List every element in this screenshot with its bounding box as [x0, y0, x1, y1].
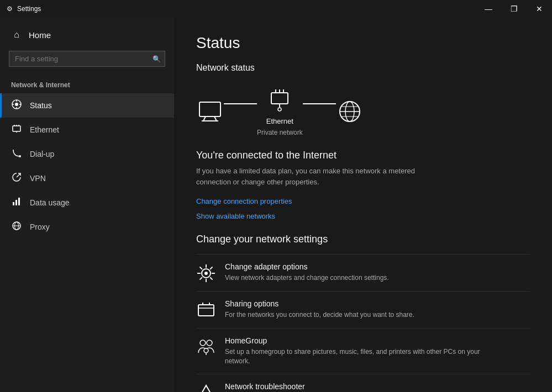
private-network-label: Private network — [257, 129, 303, 136]
connected-title: You're connected to the Internet — [196, 150, 530, 161]
sharing-icon — [196, 300, 216, 320]
svg-point-48 — [200, 340, 206, 346]
title-bar-controls: — ❐ ✕ — [476, 0, 552, 18]
svg-line-21 — [214, 116, 217, 121]
homegroup-content: HomeGroup Set up a homegroup to share pi… — [225, 336, 501, 366]
title-bar-left: ⚙ Settings — [7, 5, 41, 13]
sharing-desc: For the networks you connect to, decide … — [225, 310, 414, 320]
network-diagram: Ethernet Private network — [196, 86, 530, 136]
datausage-icon — [11, 197, 22, 209]
svg-point-50 — [204, 348, 208, 353]
status-icon — [11, 99, 22, 112]
line-1 — [224, 103, 257, 104]
svg-rect-6 — [13, 126, 20, 131]
adapter-icon — [196, 263, 216, 283]
svg-line-41 — [210, 277, 212, 279]
svg-line-20 — [203, 116, 206, 121]
settings-item-homegroup[interactable]: HomeGroup Set up a homegroup to share pi… — [196, 328, 530, 374]
computer-icon — [196, 98, 224, 125]
sidebar-ethernet-label: Ethernet — [30, 125, 59, 134]
network-status-title: Network status — [196, 63, 530, 73]
home-label: Home — [29, 30, 51, 40]
settings-item-sharing[interactable]: Sharing options For the networks you con… — [196, 291, 530, 328]
sidebar-dialup-label: Dial-up — [30, 150, 54, 158]
proxy-icon — [11, 221, 22, 233]
change-settings-title: Change your network settings — [196, 234, 530, 245]
sidebar-item-vpn[interactable]: VPN — [0, 166, 174, 190]
search-icon: 🔍 — [153, 55, 161, 63]
app-body: ⌂ Home 🔍 Network & Internet Sta — [0, 18, 552, 392]
sharing-title: Sharing options — [225, 299, 414, 308]
sidebar-proxy-label: Proxy — [30, 223, 50, 231]
globe-icon — [336, 98, 364, 125]
troubleshooter-icon — [196, 383, 216, 392]
adapter-content: Change adapter options View network adap… — [225, 262, 389, 283]
search-input[interactable] — [9, 51, 165, 67]
sidebar-status-label: Status — [30, 101, 52, 110]
globe-icon-group — [336, 98, 364, 125]
sidebar-item-ethernet[interactable]: Ethernet — [0, 118, 174, 142]
sidebar-item-proxy[interactable]: Proxy — [0, 215, 174, 239]
sidebar-item-home[interactable]: ⌂ Home — [0, 23, 174, 46]
change-connection-link[interactable]: Change connection properties — [196, 197, 530, 205]
svg-rect-14 — [15, 200, 17, 205]
svg-point-28 — [278, 108, 281, 111]
svg-line-40 — [199, 267, 202, 269]
title-bar: ⚙ Settings — ❐ ✕ — [0, 0, 552, 18]
svg-point-1 — [15, 103, 18, 106]
svg-rect-44 — [198, 305, 214, 316]
sidebar: ⌂ Home 🔍 Network & Internet Sta — [0, 18, 174, 392]
settings-item-troubleshooter[interactable]: Network troubleshooter Diagnose and fix … — [196, 374, 530, 392]
troubleshooter-title: Network troubleshooter — [225, 382, 330, 391]
adapter-desc: View network adapters and change connect… — [225, 273, 389, 283]
homegroup-icon — [196, 337, 216, 357]
ethernet-icon — [11, 124, 22, 136]
svg-point-11 — [19, 155, 21, 157]
svg-rect-13 — [13, 202, 14, 205]
settings-item-adapter[interactable]: Change adapter options View network adap… — [196, 254, 530, 291]
svg-line-43 — [199, 277, 202, 279]
close-button[interactable]: ✕ — [527, 0, 552, 18]
svg-point-49 — [207, 340, 212, 346]
svg-line-42 — [210, 267, 212, 269]
sidebar-section-title: Network & Internet — [0, 76, 174, 93]
dialup-icon — [11, 148, 22, 160]
app-title: Settings — [17, 5, 41, 13]
sidebar-item-datausage[interactable]: Data usage — [0, 190, 174, 215]
ethernet-icon-group: Ethernet Private network — [257, 86, 303, 136]
ethernet-label: Ethernet — [266, 117, 293, 125]
svg-marker-52 — [197, 385, 215, 392]
troubleshooter-content: Network troubleshooter Diagnose and fix … — [225, 382, 330, 392]
main-content: Status Network status — [174, 18, 552, 392]
sharing-content: Sharing options For the networks you con… — [225, 299, 414, 320]
minimize-button[interactable]: — — [476, 0, 501, 18]
sidebar-item-status[interactable]: Status — [0, 93, 174, 118]
vpn-icon — [11, 172, 22, 184]
page-title: Status — [196, 34, 530, 52]
svg-line-12 — [17, 173, 20, 177]
svg-rect-23 — [271, 93, 288, 104]
router-icon — [266, 86, 293, 114]
sidebar-vpn-label: VPN — [30, 174, 46, 183]
search-wrapper: 🔍 — [9, 51, 165, 67]
adapter-title: Change adapter options — [225, 262, 389, 271]
svg-rect-15 — [18, 198, 20, 205]
homegroup-title: HomeGroup — [225, 336, 501, 345]
sidebar-item-dialup[interactable]: Dial-up — [0, 142, 174, 166]
sidebar-datausage-label: Data usage — [30, 198, 70, 207]
computer-icon-group — [196, 98, 224, 125]
settings-icon: ⚙ — [7, 5, 13, 13]
homegroup-desc: Set up a homegroup to share pictures, mu… — [225, 347, 501, 366]
restore-button[interactable]: ❐ — [501, 0, 527, 18]
svg-point-35 — [204, 272, 208, 275]
show-networks-link[interactable]: Show available networks — [196, 212, 530, 220]
line-2 — [303, 103, 336, 104]
home-icon: ⌂ — [11, 30, 22, 40]
connected-desc: If you have a limited data plan, you can… — [196, 166, 428, 187]
svg-rect-19 — [199, 102, 220, 116]
search-container: 🔍 — [0, 46, 174, 76]
